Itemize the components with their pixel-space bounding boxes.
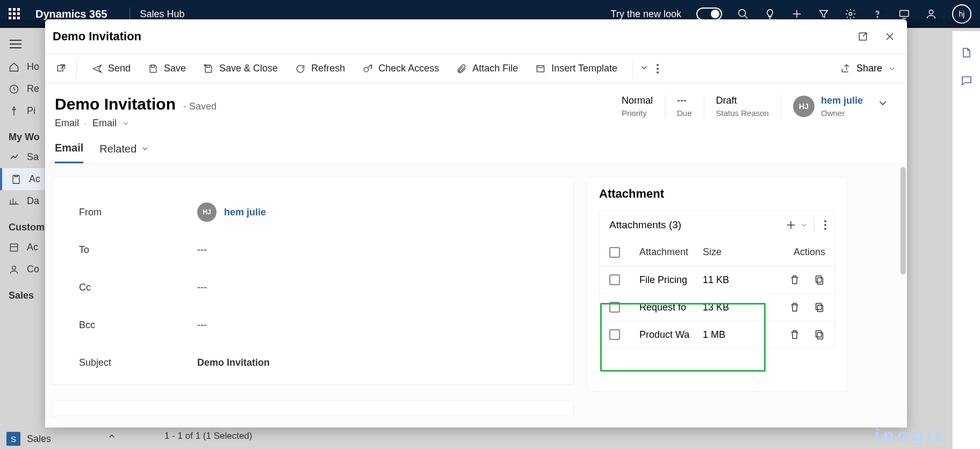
panel-title: Demo Invitation <box>53 30 141 44</box>
priority-label: Priority <box>622 108 653 118</box>
bcc-field[interactable]: --- <box>197 320 207 331</box>
owner-name[interactable]: hem julie <box>821 95 863 106</box>
svg-rect-23 <box>817 278 823 284</box>
svg-rect-6 <box>900 11 909 17</box>
tab-related[interactable]: Related <box>99 142 149 163</box>
share-button[interactable]: Share <box>840 63 896 74</box>
attachment-row[interactable]: File Pricing 11 KB <box>600 266 835 293</box>
area-switcher-button[interactable]: S <box>6 432 20 446</box>
command-bar: Send Save Save & Close Refresh Check Acc… <box>45 54 907 83</box>
row-checkbox[interactable] <box>609 329 620 340</box>
help-icon[interactable] <box>871 8 883 20</box>
save-close-button[interactable]: Save & Close <box>194 54 286 83</box>
plus-icon[interactable] <box>791 8 803 20</box>
col-size[interactable]: Size <box>703 247 767 258</box>
refresh-button[interactable]: Refresh <box>286 54 354 83</box>
form-selector[interactable]: Email <box>92 118 117 129</box>
attach-file-button[interactable]: Attach File <box>448 54 527 83</box>
svg-point-8 <box>929 10 933 14</box>
chevron-up-icon[interactable] <box>107 432 116 440</box>
copy-icon[interactable] <box>813 301 825 313</box>
subject-label: Subject <box>79 357 197 368</box>
delete-icon[interactable] <box>789 274 801 286</box>
grid-footer: 1 - 1 of 1 (1 Selected) <box>107 431 252 441</box>
vertical-scrollbar[interactable] <box>900 167 906 274</box>
tab-email[interactable]: Email <box>55 142 83 163</box>
app-name-label: Sales Hub <box>140 9 184 20</box>
attachments-more-button[interactable] <box>821 220 830 230</box>
right-rail <box>952 31 980 449</box>
row-checkbox[interactable] <box>609 274 620 285</box>
subject-field[interactable]: Demo Invitation <box>197 357 270 368</box>
select-all-checkbox[interactable] <box>609 247 620 258</box>
svg-rect-18 <box>207 65 210 67</box>
delete-icon[interactable] <box>789 301 801 313</box>
svg-point-0 <box>739 10 746 17</box>
close-icon[interactable] <box>884 31 895 42</box>
overflow-chevron-button[interactable] <box>639 63 649 75</box>
insert-template-button[interactable]: Insert Template <box>527 54 626 83</box>
copy-icon[interactable] <box>813 329 825 341</box>
open-record-button[interactable] <box>52 63 70 74</box>
area-switcher-label: Sales <box>27 433 51 445</box>
row-checkbox[interactable] <box>609 302 620 313</box>
header-expand-button[interactable] <box>863 95 892 111</box>
owner-avatar[interactable]: HJ <box>793 96 815 117</box>
attachment-name[interactable]: Product Wa <box>639 329 703 341</box>
from-avatar: HJ <box>197 202 217 222</box>
to-label: To <box>79 244 197 256</box>
svg-rect-28 <box>816 331 822 337</box>
chevron-down-icon[interactable] <box>800 221 808 229</box>
attachment-name[interactable]: Request fo <box>639 302 703 313</box>
svg-rect-17 <box>152 65 155 67</box>
record-count: 1 - 1 of 1 (1 Selected) <box>164 431 252 441</box>
popout-icon[interactable] <box>857 31 868 42</box>
filter-icon[interactable] <box>818 8 830 20</box>
delete-icon[interactable] <box>789 329 801 341</box>
attachment-name[interactable]: File Pricing <box>639 274 703 286</box>
copy-icon[interactable] <box>813 274 825 286</box>
priority-value: Normal <box>622 95 653 106</box>
chat-icon[interactable] <box>960 74 973 87</box>
try-new-look-toggle[interactable] <box>696 8 722 20</box>
screen-icon[interactable] <box>898 8 910 20</box>
email-body-card[interactable] <box>52 400 574 416</box>
gear-icon[interactable] <box>845 8 856 20</box>
record-panel: Demo Invitation Send Save Save & Close R… <box>45 19 907 428</box>
lightbulb-icon[interactable] <box>764 8 776 20</box>
record-title: Demo Invitation <box>55 95 176 113</box>
svg-point-5 <box>877 17 877 17</box>
try-new-look-label: Try the new look <box>611 9 681 20</box>
svg-rect-27 <box>817 332 823 339</box>
divider <box>129 8 130 20</box>
bcc-label: Bcc <box>79 320 197 331</box>
save-button[interactable]: Save <box>139 54 194 83</box>
svg-line-1 <box>745 16 748 19</box>
cc-label: Cc <box>79 282 197 293</box>
from-label: From <box>79 207 197 218</box>
assistant-icon[interactable] <box>925 8 937 20</box>
hamburger-icon[interactable] <box>10 40 21 48</box>
attachment-row[interactable]: Request fo 13 KB <box>600 293 835 321</box>
to-field[interactable]: --- <box>197 244 207 256</box>
send-button[interactable]: Send <box>83 54 139 83</box>
attachments-list-title: Attachments (3) <box>609 219 681 231</box>
more-commands-button[interactable] <box>649 64 666 74</box>
from-field[interactable]: HJ hem julie <box>197 202 266 222</box>
chevron-down-icon <box>141 144 149 153</box>
svg-point-12 <box>12 266 16 270</box>
saved-label: - Saved <box>183 101 217 112</box>
col-actions: Actions <box>767 247 825 258</box>
attachment-row[interactable]: Product Wa 1 MB <box>600 321 835 348</box>
chevron-down-icon[interactable] <box>122 120 129 127</box>
cc-field[interactable]: --- <box>197 282 207 293</box>
owner-label: Owner <box>821 108 863 118</box>
entity-label: Email <box>55 118 79 129</box>
search-icon[interactable] <box>737 8 749 20</box>
svg-point-4 <box>849 12 852 16</box>
add-attachment-button[interactable] <box>785 219 797 231</box>
check-access-button[interactable]: Check Access <box>354 54 448 83</box>
copilot-icon[interactable] <box>960 46 973 59</box>
col-attachment[interactable]: Attachment <box>639 247 703 258</box>
app-launcher-icon[interactable] <box>9 8 20 20</box>
